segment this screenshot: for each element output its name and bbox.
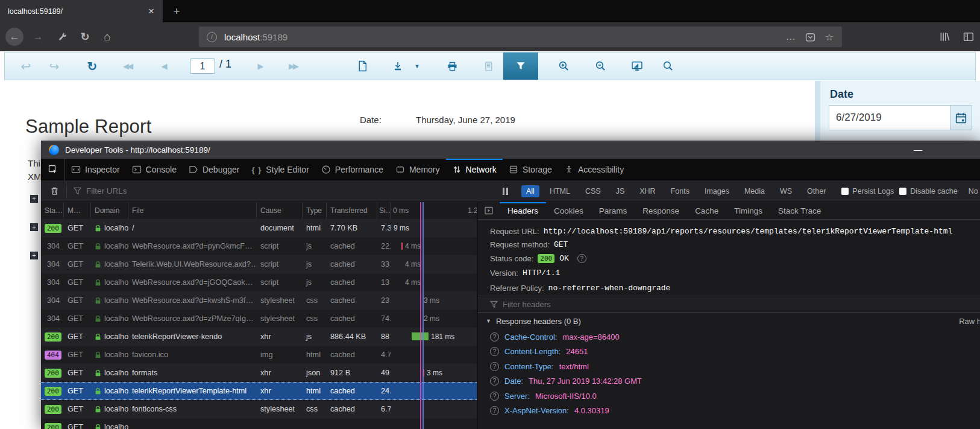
- filter-pill-other[interactable]: Other: [802, 185, 831, 197]
- pocket-icon[interactable]: [805, 32, 815, 42]
- tree-expand-icon[interactable]: +: [30, 252, 38, 259]
- new-tab-button[interactable]: +: [168, 0, 186, 22]
- request-row[interactable]: 200 GET localho… formats xhr json 912 B …: [41, 364, 477, 382]
- details-tab-cache[interactable]: Cache: [687, 202, 726, 219]
- column-timeline[interactable]: 0 ms 1.28 s: [391, 202, 477, 219]
- header-help-icon[interactable]: ?: [490, 362, 499, 371]
- download-icon[interactable]: [389, 52, 407, 80]
- header-row[interactable]: ?Content-Type:text/html: [478, 359, 980, 374]
- pause-traffic-icon[interactable]: [500, 188, 510, 195]
- header-help-icon[interactable]: ?: [490, 392, 499, 401]
- request-row[interactable]: 404 GET localho… favicon.ico img html ca…: [41, 346, 477, 364]
- filter-pill-images[interactable]: Images: [700, 185, 734, 197]
- column-domain[interactable]: Domain: [91, 202, 128, 219]
- details-tab-stacktrace[interactable]: Stack Trace: [770, 202, 829, 219]
- tab-storage[interactable]: Storage: [503, 159, 558, 180]
- response-headers-section[interactable]: ▼ Response headers (0 B) Raw h: [478, 313, 980, 329]
- minimize-button[interactable]: —: [909, 142, 927, 157]
- tab-accessibility[interactable]: Accessibility: [558, 159, 630, 180]
- clear-requests-icon[interactable]: [46, 180, 63, 202]
- pick-element-icon[interactable]: [41, 159, 65, 180]
- devtools-titlebar[interactable]: Developer Tools - http://localhost:59189…: [41, 141, 980, 159]
- site-info-icon[interactable]: i: [207, 32, 217, 42]
- header-help-icon[interactable]: ?: [490, 332, 499, 342]
- filter-pill-ws[interactable]: WS: [775, 185, 797, 197]
- export-document-icon[interactable]: [353, 52, 371, 80]
- persist-logs-toggle[interactable]: Persist Logs: [841, 187, 894, 195]
- header-row[interactable]: ?Server:Microsoft-IIS/10.0: [478, 389, 980, 404]
- filter-headers-input[interactable]: [503, 300, 683, 309]
- details-tab-params[interactable]: Params: [591, 202, 635, 219]
- home-button[interactable]: ⌂: [98, 22, 116, 51]
- tab-console[interactable]: Console: [126, 159, 183, 180]
- throttling-dropdown[interactable]: No thrott: [969, 187, 980, 195]
- viewer-refresh-icon[interactable]: ↻: [84, 52, 100, 80]
- details-tab-timings[interactable]: Timings: [726, 202, 770, 219]
- column-size[interactable]: Si…: [377, 202, 391, 219]
- fit-page-icon[interactable]: [627, 52, 647, 80]
- raw-headers-toggle[interactable]: Raw h: [959, 317, 980, 326]
- tab-inspector[interactable]: Inspector: [65, 159, 126, 180]
- filter-urls-input[interactable]: [86, 186, 255, 195]
- tab-performance[interactable]: Performance: [315, 159, 389, 180]
- reload-button[interactable]: ↻: [76, 22, 94, 51]
- request-row[interactable]: 304 GET localho… WebResource.axd?d=pynGk…: [41, 237, 477, 255]
- request-row[interactable]: 304 GET localho… Telerik.Web.UI.WebResou…: [41, 255, 477, 273]
- filter-pill-css[interactable]: CSS: [580, 185, 606, 197]
- library-icon[interactable]: [939, 31, 950, 42]
- request-row-selected[interactable]: 200 GET localho… telerikReportViewerTemp…: [41, 382, 477, 400]
- tab-debugger[interactable]: Debugger: [183, 159, 246, 180]
- previous-page-icon[interactable]: ◀: [155, 52, 171, 80]
- viewer-history-back-icon[interactable]: ↩: [18, 52, 34, 80]
- column-file[interactable]: File: [128, 202, 257, 219]
- disable-cache-checkbox[interactable]: [899, 188, 906, 195]
- tab-memory[interactable]: Memory: [389, 159, 446, 180]
- column-type[interactable]: Type: [303, 202, 327, 219]
- download-caret-icon[interactable]: ▼: [411, 52, 423, 80]
- request-row[interactable]: 304 GET localho… WebResource.axd?d=jGOQC…: [41, 273, 477, 291]
- header-row[interactable]: ?Content-Length:24651: [478, 345, 980, 360]
- request-row[interactable]: 200 GET localho…: [41, 418, 477, 429]
- tab-close-icon[interactable]: ×: [146, 5, 157, 17]
- request-row[interactable]: 200 GET localho… fonticons-css styleshee…: [41, 400, 477, 418]
- details-tab-headers[interactable]: Headers: [500, 202, 546, 219]
- page-number-input[interactable]: [190, 59, 215, 74]
- column-status[interactable]: Sta…: [41, 202, 64, 219]
- request-row[interactable]: 200 GET localho… telerikReportViewer-ken…: [41, 328, 477, 346]
- parameter-date-input[interactable]: [829, 105, 950, 130]
- wrench-icon[interactable]: [53, 22, 71, 51]
- tab-network[interactable]: Network: [446, 159, 503, 180]
- last-page-icon[interactable]: ▶▶: [284, 52, 302, 80]
- calendar-button[interactable]: [950, 105, 972, 130]
- forward-button[interactable]: →: [29, 22, 47, 51]
- tab-style-editor[interactable]: { } Style Editor: [245, 159, 315, 180]
- header-help-icon[interactable]: ?: [490, 377, 499, 386]
- header-help-icon[interactable]: ?: [490, 347, 499, 356]
- persist-logs-checkbox[interactable]: [841, 188, 849, 195]
- request-row[interactable]: 304 GET localho… WebResource.axd?d=zPMze…: [41, 310, 477, 328]
- disable-cache-toggle[interactable]: Disable cache: [899, 187, 958, 195]
- bookmark-star-icon[interactable]: ☆: [825, 31, 834, 43]
- zoom-in-icon[interactable]: [554, 52, 573, 80]
- url-text[interactable]: localhost:59189: [224, 32, 786, 42]
- request-row[interactable]: 200 GET localho… / document html 7.70 KB…: [41, 219, 477, 237]
- filter-pill-media[interactable]: Media: [740, 185, 770, 197]
- parameters-area-toggle-button[interactable]: [503, 52, 538, 80]
- url-bar[interactable]: i localhost:59189 … ☆: [199, 27, 842, 47]
- back-button[interactable]: ←: [5, 22, 24, 51]
- header-row[interactable]: ?Cache-Control:max-age=86400: [478, 329, 980, 345]
- tree-expand-icon[interactable]: +: [30, 223, 38, 231]
- first-page-icon[interactable]: ◀◀: [118, 52, 136, 80]
- print-icon[interactable]: [443, 52, 461, 80]
- tree-expand-icon[interactable]: +: [30, 195, 38, 203]
- browser-tab[interactable]: localhost:59189/ ×: [0, 0, 163, 22]
- header-help-icon[interactable]: ?: [490, 406, 499, 415]
- filter-pill-html[interactable]: HTML: [545, 185, 575, 197]
- split-details-icon[interactable]: [478, 202, 500, 219]
- search-icon[interactable]: [659, 52, 677, 80]
- filter-pill-xhr[interactable]: XHR: [635, 185, 660, 197]
- viewer-history-forward-icon[interactable]: ↪: [46, 52, 62, 80]
- header-row[interactable]: ?X-AspNet-Version:4.0.30319: [478, 404, 980, 419]
- sidebar-toggle-icon[interactable]: [963, 31, 974, 42]
- filter-pill-all[interactable]: All: [521, 185, 539, 197]
